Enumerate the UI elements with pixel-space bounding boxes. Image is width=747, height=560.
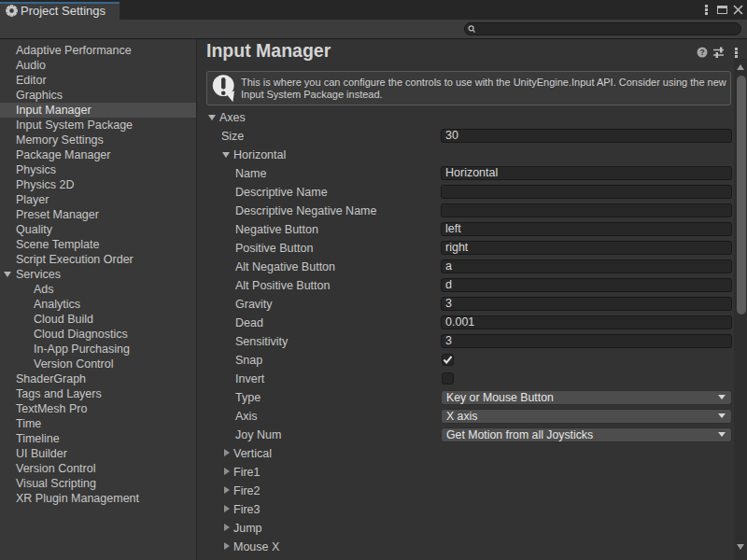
svg-text:?: ?: [699, 48, 704, 57]
